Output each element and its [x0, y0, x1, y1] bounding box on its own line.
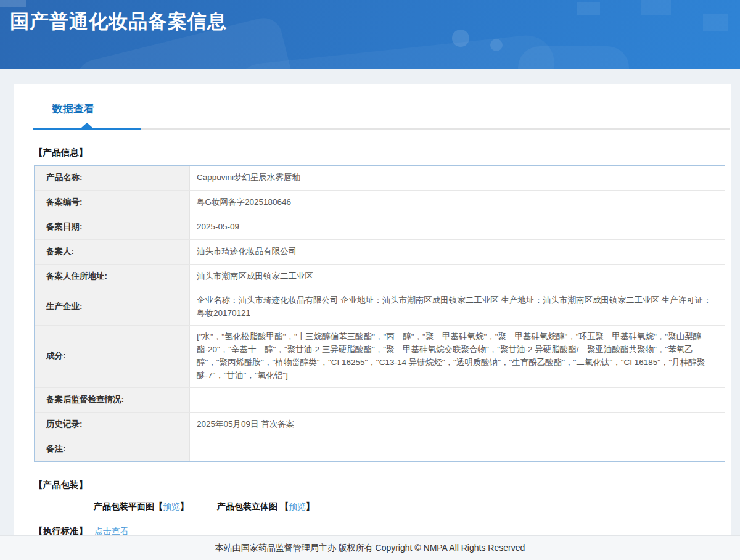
table-row: 备案编号:粤G妆网备字2025180646 [35, 191, 725, 215]
row-value: 汕头市潮南区成田镇家二工业区 [190, 265, 725, 289]
banner-decoration [577, 2, 600, 15]
row-label: 备案日期: [35, 215, 190, 239]
row-label: 备案人: [35, 240, 190, 264]
row-label: 备案后监督检查情况: [35, 388, 190, 412]
banner-decoration [452, 30, 469, 47]
preview-stereo-link[interactable]: 预览 [289, 501, 306, 511]
row-value [190, 388, 725, 412]
product-info-table: 产品名称:Cappuvini梦幻星辰水雾唇釉备案编号:粤G妆网备字2025180… [34, 165, 725, 462]
row-label: 生产企业: [35, 289, 190, 325]
table-row: 历史记录:2025年05月09日 首次备案 [35, 413, 725, 437]
banner-decoration [703, 14, 728, 31]
page-banner: 国产普通化妆品备案信息 [0, 0, 740, 69]
row-value: 汕头市琦迹化妆品有限公司 [190, 240, 725, 264]
packaging-stereo-label: 产品包装立体图 [217, 501, 278, 511]
row-label: 备案编号: [35, 191, 190, 215]
section-standard-title: 【执行标准】 [34, 526, 88, 536]
row-label: 成分: [35, 326, 190, 387]
table-row: 备案日期:2025-05-09 [35, 215, 725, 240]
section-packaging-title: 【产品包装】 [34, 479, 731, 491]
table-row: 备案人住所地址:汕头市潮南区成田镇家二工业区 [35, 265, 725, 289]
banner-decoration [490, 39, 503, 51]
row-value: 2025-05-09 [190, 215, 725, 239]
banner-decoration [518, 46, 629, 69]
row-label: 产品名称: [35, 166, 190, 190]
table-row: 备案人:汕头市琦迹化妆品有限公司 [35, 240, 725, 265]
standard-view-link[interactable]: 点击查看 [94, 526, 129, 536]
banner-decoration [641, 0, 671, 15]
row-value: 企业名称：汕头市琦迹化妆品有限公司 企业地址：汕头市潮南区成田镇家二工业区 生产… [190, 289, 725, 325]
preview-plan-link[interactable]: 预览 [163, 501, 180, 511]
bracket-open: 【 [280, 501, 289, 511]
tab-strip [14, 124, 731, 130]
row-value: ["水"，"氢化松脂酸甲酯"，"十三烷醇偏苯三酸酯"，"丙二醇"，"聚二甲基硅氧… [190, 326, 725, 387]
table-row: 生产企业:企业名称：汕头市琦迹化妆品有限公司 企业地址：汕头市潮南区成田镇家二工… [35, 289, 725, 326]
table-row: 备案后监督检查情况: [35, 388, 725, 413]
bracket-close: 】 [180, 501, 189, 511]
row-label: 备注: [35, 437, 190, 461]
packaging-row: 产品包装平面图【预览】产品包装立体图 【预览】 [94, 501, 731, 513]
page-title: 国产普通化妆品备案信息 [10, 9, 227, 35]
copyright-text: 本站由国家药品监督管理局主办 版权所有 Copyright © NMPA All… [215, 543, 525, 554]
page-footer: 本站由国家药品监督管理局主办 版权所有 Copyright © NMPA All… [0, 535, 740, 560]
tab-data-view[interactable]: 数据查看 [52, 102, 94, 116]
content-card: 数据查看 【产品信息】 产品名称:Cappuvini梦幻星辰水雾唇釉备案编号:粤… [14, 84, 731, 535]
row-value: 2025年05月09日 首次备案 [190, 413, 725, 437]
banner-decoration [0, 0, 26, 7]
packaging-plan-label: 产品包装平面图 [94, 501, 154, 511]
row-value [190, 437, 725, 461]
row-label: 历史记录: [35, 413, 190, 437]
row-label: 备案人住所地址: [35, 265, 190, 289]
table-row: 产品名称:Cappuvini梦幻星辰水雾唇釉 [35, 166, 725, 191]
row-value: Cappuvini梦幻星辰水雾唇釉 [190, 166, 725, 190]
bracket-close: 】 [306, 501, 314, 511]
section-product-info-title: 【产品信息】 [34, 147, 731, 159]
table-row: 备注: [35, 437, 725, 461]
tab-arrow-icon [81, 123, 92, 128]
bracket-open: 【 [154, 501, 163, 511]
table-row: 成分:["水"，"氢化松脂酸甲酯"，"十三烷醇偏苯三酸酯"，"丙二醇"，"聚二甲… [35, 326, 725, 388]
tab-active-underline [33, 128, 141, 130]
row-value: 粤G妆网备字2025180646 [190, 191, 725, 215]
tab-bar: 数据查看 [14, 84, 731, 130]
